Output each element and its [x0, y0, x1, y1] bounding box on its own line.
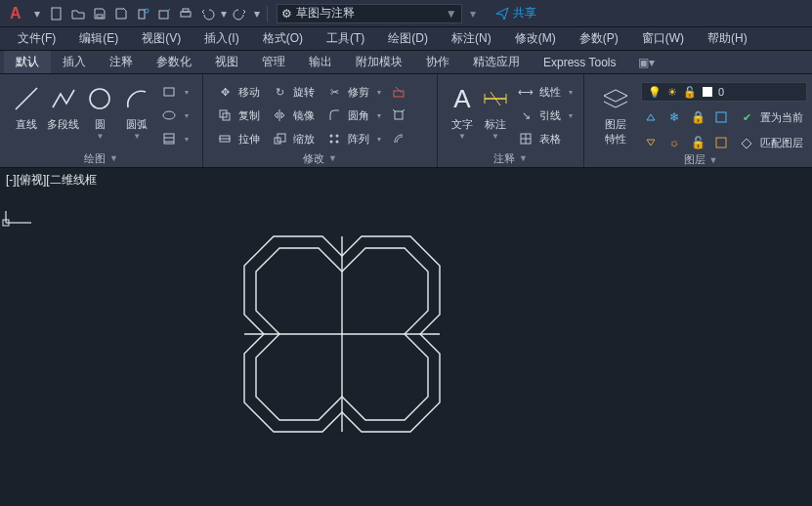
explode-icon[interactable] — [389, 105, 408, 125]
tab-insert[interactable]: 插入 — [51, 51, 98, 73]
hatch-icon — [161, 131, 177, 147]
rectangle-button[interactable]: ▾ — [157, 82, 192, 102]
panel-annot-title[interactable]: 注释▼ — [446, 149, 576, 167]
make-current-button[interactable]: ✔置为当前 — [735, 107, 807, 127]
tab-output[interactable]: 输出 — [297, 51, 344, 73]
menu-draw[interactable]: 绘图(D) — [376, 27, 440, 50]
open-icon[interactable] — [68, 4, 88, 23]
menu-format[interactable]: 格式(O) — [251, 27, 315, 50]
menu-file[interactable]: 文件(F) — [6, 27, 67, 50]
move-button[interactable]: ✥移动 — [213, 82, 264, 102]
layer-properties-icon — [599, 82, 632, 115]
tab-manage[interactable]: 管理 — [250, 51, 297, 73]
rotate-button[interactable]: ↻旋转 — [268, 82, 319, 102]
svg-point-3 — [145, 9, 149, 13]
undo-icon[interactable] — [197, 4, 217, 23]
workspace-combo[interactable]: ⚙ 草图与注释 ▼ — [277, 4, 462, 23]
svg-line-7 — [16, 88, 37, 109]
text-button[interactable]: A 文字 ▼ — [446, 78, 479, 141]
menu-view[interactable]: 视图(V) — [130, 27, 192, 50]
layer-unlock-icon[interactable]: 🔓 — [688, 133, 707, 152]
match-layer-button[interactable]: 匹配图层 — [735, 133, 807, 152]
redo-icon[interactable] — [231, 4, 250, 23]
stretch-button[interactable]: 拉伸 — [213, 129, 264, 148]
lock-open-icon: 🔓 — [683, 86, 697, 99]
layer-lock-icon[interactable]: 🔒 — [688, 107, 707, 127]
layer-on-icon[interactable] — [641, 133, 661, 152]
layer-properties-button[interactable]: 图层 特性 — [592, 78, 639, 147]
tab-parametric[interactable]: 参数化 — [145, 51, 203, 73]
menu-tools[interactable]: 工具(T) — [315, 27, 376, 50]
tab-default[interactable]: 默认 — [4, 51, 51, 73]
ribbon: 直线 多段线 圆 ▼ 圆弧 ▼ — [0, 74, 812, 168]
layer-freeze-icon[interactable]: ❄ — [664, 107, 684, 127]
scale-button[interactable]: 缩放 — [268, 129, 319, 148]
svg-point-10 — [163, 111, 175, 119]
menu-param[interactable]: 参数(P) — [568, 27, 630, 50]
dimension-button[interactable]: 标注 ▼ — [479, 78, 512, 141]
menu-insert[interactable]: 插入(I) — [192, 27, 250, 50]
cloud-open-icon[interactable] — [154, 4, 174, 23]
trim-button[interactable]: ✂修剪▾ — [322, 82, 385, 102]
menu-dim[interactable]: 标注(N) — [440, 27, 503, 50]
array-button[interactable]: 阵列▾ — [322, 129, 385, 148]
share-button[interactable]: 共享 — [495, 5, 536, 21]
plot-icon[interactable] — [176, 4, 195, 23]
tab-express[interactable]: Express Tools — [532, 51, 627, 73]
new-icon[interactable] — [47, 4, 66, 23]
tab-annotate[interactable]: 注释 — [98, 51, 145, 73]
menu-help[interactable]: 帮助(H) — [696, 27, 759, 50]
menu-edit[interactable]: 编辑(E) — [67, 27, 130, 50]
linear-dim-button[interactable]: ⟷线性▾ — [514, 82, 577, 102]
line-button[interactable]: 直线 — [8, 78, 45, 132]
tab-addins[interactable]: 附加模块 — [344, 51, 414, 73]
menu-window[interactable]: 窗口(W) — [630, 27, 696, 50]
trim-icon: ✂ — [326, 84, 342, 100]
offset-icon[interactable] — [389, 129, 408, 148]
model-drawing — [0, 168, 812, 506]
chevron-down-icon: ▼ — [491, 132, 499, 141]
svg-line-25 — [396, 87, 402, 93]
leader-button[interactable]: ↘引线▾ — [514, 105, 577, 125]
ellipse-button[interactable]: ▾ — [157, 105, 192, 125]
layer-uniso-icon[interactable] — [711, 133, 731, 152]
qat-overflow[interactable]: ▾ — [470, 7, 476, 21]
qat-caret[interactable]: ▾ — [27, 4, 47, 23]
paper-plane-icon — [495, 7, 509, 21]
saveas-icon[interactable] — [111, 4, 131, 23]
table-button[interactable]: 表格 — [514, 129, 577, 148]
fillet-button[interactable]: 圆角▾ — [322, 105, 385, 125]
layer-thaw-icon[interactable]: ☼ — [664, 133, 684, 152]
save-icon[interactable] — [90, 4, 109, 23]
lightbulb-icon: 💡 — [648, 86, 662, 99]
cloud-save-icon[interactable] — [133, 4, 152, 23]
circle-button[interactable]: 圆 ▼ — [82, 78, 119, 141]
svg-rect-2 — [139, 10, 145, 19]
hatch-button[interactable]: ▾ — [157, 129, 192, 148]
copy-button[interactable]: 复制 — [213, 105, 264, 125]
undo-caret[interactable]: ▾ — [219, 4, 229, 23]
tab-view[interactable]: 视图 — [203, 51, 250, 73]
svg-rect-0 — [52, 8, 61, 20]
svg-rect-4 — [159, 11, 168, 19]
chevron-down-icon: ▼ — [446, 7, 457, 21]
layer-isolate-icon[interactable] — [711, 107, 731, 127]
redo-caret[interactable]: ▾ — [252, 4, 262, 23]
rotate-icon: ↻ — [272, 84, 287, 100]
tab-featured[interactable]: 精选应用 — [461, 51, 532, 73]
drawing-area[interactable]: [-][俯视][二维线框 — [0, 168, 812, 506]
arc-button[interactable]: 圆弧 ▼ — [118, 78, 155, 141]
panel-draw-title[interactable]: 绘图▼ — [8, 149, 194, 167]
app-logo: A — [4, 5, 27, 22]
panel-modify-title[interactable]: 修改▼ — [211, 149, 429, 167]
layer-off-icon[interactable] — [641, 107, 661, 127]
tab-collab[interactable]: 协作 — [414, 51, 461, 73]
panel-layer-title[interactable]: 图层▼ — [592, 152, 809, 167]
layer-combo[interactable]: 💡 ☀ 🔓 0 — [641, 82, 807, 102]
svg-rect-9 — [164, 88, 174, 96]
menu-modify[interactable]: 修改(M) — [503, 27, 568, 50]
ribbon-minimize-icon[interactable]: ▣▾ — [635, 51, 657, 73]
erase-icon[interactable] — [389, 82, 408, 102]
mirror-button[interactable]: 镜像 — [268, 105, 319, 125]
polyline-button[interactable]: 多段线 — [45, 78, 82, 132]
